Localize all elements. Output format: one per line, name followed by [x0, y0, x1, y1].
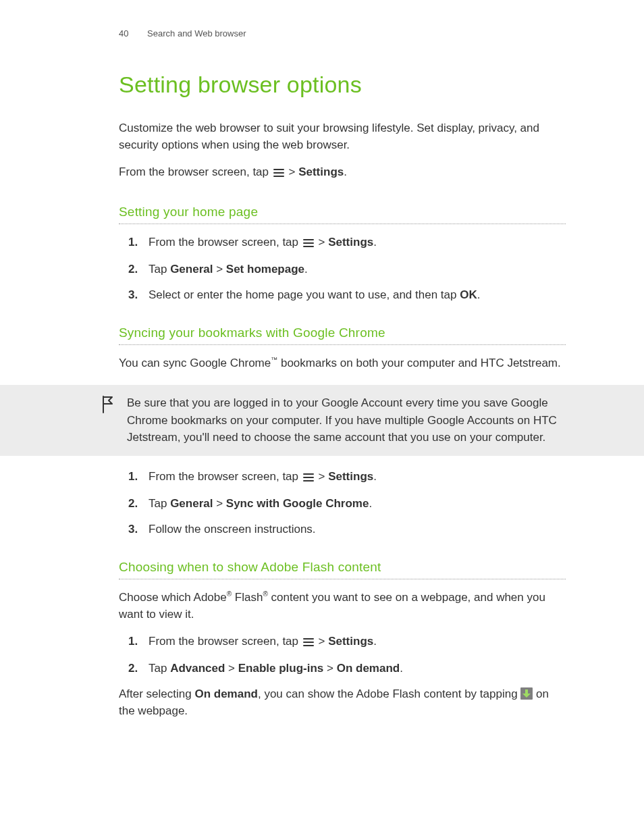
period: . [477, 288, 481, 301]
period: . [304, 263, 308, 276]
list-item: 3. Select or enter the home page you wan… [128, 286, 566, 304]
gt: > [319, 470, 329, 483]
text: bookmarks on both your computer and HTC … [277, 357, 561, 369]
list-item: 2. Tap General > Set homepage. [128, 261, 566, 278]
menu-icon [303, 236, 314, 253]
after-flash-paragraph: After selecting On demand, you can show … [119, 685, 566, 720]
step-number: 1. [128, 468, 138, 486]
text: From the browser screen, tap [149, 635, 302, 648]
advanced-label: Advanced [170, 662, 225, 675]
text: Tap [149, 497, 170, 510]
text: After selecting [119, 687, 194, 700]
gt: > [289, 165, 299, 178]
set-homepage-label: Set homepage [226, 263, 304, 276]
general-label: General [170, 263, 213, 276]
list-item: 2. Tap General > Sync with Google Chrome… [128, 495, 566, 513]
list-item: 3. Follow the onscreen instructions. [128, 521, 566, 538]
step-number: 2. [128, 660, 138, 677]
text: Tap [149, 662, 170, 675]
menu-icon [303, 470, 314, 488]
list-item: 1. From the browser screen, tap > Settin… [128, 234, 566, 253]
flag-icon [101, 394, 127, 446]
period: . [373, 470, 377, 483]
gt: > [323, 662, 336, 675]
step-number: 1. [128, 234, 138, 251]
flash-paragraph: Choose which Adobe® Flash® content you w… [119, 589, 566, 623]
settings-label: Settings [328, 635, 373, 648]
steps-home-page: 1. From the browser screen, tap > Settin… [128, 234, 566, 304]
gt: > [225, 662, 238, 675]
subheading-flash: Choosing when to show Adobe Flash conten… [119, 558, 566, 579]
step-number: 3. [128, 286, 138, 304]
registered-symbol: ® [227, 590, 232, 598]
period: . [400, 662, 403, 675]
period: . [344, 165, 347, 178]
settings-label: Settings [298, 165, 344, 178]
text: Follow the onscreen instructions. [149, 523, 316, 536]
list-item: 2. Tap Advanced > Enable plug-ins > On d… [128, 660, 566, 677]
menu-icon [303, 635, 314, 652]
settings-label: Settings [328, 236, 373, 249]
text: , you can show the Adobe Flash content b… [258, 687, 520, 700]
from-browser-instruction: From the browser screen, tap > Settings. [119, 163, 566, 183]
subheading-sync-chrome: Syncing your bookmarks with Google Chrom… [119, 323, 566, 345]
period: . [373, 635, 377, 648]
page-title: Setting browser options [119, 68, 566, 102]
download-arrow-icon [520, 687, 533, 700]
page-number: 40 [119, 27, 128, 41]
gt: > [319, 236, 329, 249]
steps-sync-chrome: 1. From the browser screen, tap > Settin… [128, 468, 566, 538]
text: Tap [149, 263, 170, 276]
ok-label: OK [460, 288, 477, 301]
sync-paragraph: You can sync Google Chrome™ bookmarks on… [119, 355, 566, 372]
menu-icon [273, 165, 284, 183]
list-item: 1. From the browser screen, tap > Settin… [128, 633, 566, 652]
gt: > [213, 497, 225, 510]
text: From the browser screen, tap [119, 165, 272, 178]
text: From the browser screen, tap [149, 470, 302, 483]
text: You can sync Google Chrome [119, 357, 271, 369]
note-text: Be sure that you are logged in to your G… [127, 394, 566, 446]
section-name: Search and Web browser [147, 28, 246, 38]
registered-symbol: ® [263, 590, 267, 598]
document-page: 40 Search and Web browser Setting browse… [0, 0, 644, 720]
list-item: 1. From the browser screen, tap > Settin… [128, 468, 566, 488]
settings-label: Settings [328, 470, 373, 483]
sync-chrome-label: Sync with Google Chrome [226, 497, 369, 510]
step-number: 2. [128, 261, 138, 278]
trademark-symbol: ™ [271, 356, 277, 363]
gt: > [213, 263, 225, 276]
general-label: General [170, 497, 213, 510]
text: Flash [232, 591, 263, 604]
on-demand-label: On demand [194, 687, 258, 700]
enable-plugins-label: Enable plug-ins [238, 662, 324, 675]
page-header: 40 Search and Web browser [119, 27, 566, 41]
period: . [373, 236, 377, 249]
on-demand-label: On demand [337, 662, 400, 675]
period: . [369, 497, 372, 510]
text: Choose which Adobe [119, 591, 227, 604]
text: Select or enter the home page you want t… [149, 288, 460, 301]
intro-paragraph: Customize the web browser to suit your b… [119, 120, 566, 154]
note-callout: Be sure that you are logged in to your G… [0, 385, 644, 456]
step-number: 1. [128, 633, 138, 650]
step-number: 2. [128, 495, 138, 513]
step-number: 3. [128, 521, 138, 538]
gt: > [319, 635, 329, 648]
text: From the browser screen, tap [149, 236, 302, 249]
subheading-home-page: Setting your home page [119, 203, 566, 224]
steps-flash: 1. From the browser screen, tap > Settin… [128, 633, 566, 677]
